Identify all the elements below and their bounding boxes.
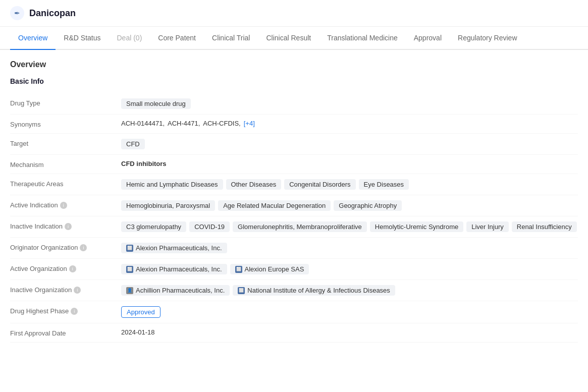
mechanism-row: Mechanism CFD inhibitors [10,155,578,174]
inactive-indication-3[interactable]: Glomerulonephritis, Membranoproliferativ… [233,221,367,232]
originator-org-value: ⬜ Alexion Pharmaceuticals, Inc. [121,243,578,253]
page-title: Overview [10,60,578,69]
target-tag[interactable]: CFD [121,139,145,149]
content-area: Overview Basic Info Drug Type Small mole… [0,50,588,353]
synonyms-more[interactable]: [+4] [244,120,255,127]
tab-overview[interactable]: Overview [10,27,56,49]
drug-type-row: Drug Type Small molecule drug [10,93,578,115]
therapeutic-areas-value: Hemic and Lymphatic Diseases Other Disea… [121,179,578,190]
therapeutic-areas-row: Therapeutic Areas Hemic and Lymphatic Di… [10,174,578,195]
inactive-org-icon-2: ⬜ [238,287,245,294]
inactive-indication-2[interactable]: COVID-19 [189,221,230,232]
first-approval-date-value: 2024-01-18 [121,328,578,336]
tab-core-patent[interactable]: Core Patent [150,27,204,49]
active-org-row: Active Organization i ⬜ Alexion Pharmace… [10,259,578,280]
active-indication-1[interactable]: Hemoglobinuria, Paroxysmal [121,200,215,211]
first-approval-date-label: First Approval Date [10,328,121,337]
app-logo: ✒ [10,6,24,20]
synonym-3: ACH-CFDIS, [203,120,240,127]
tab-translational-medicine[interactable]: Translational Medicine [319,27,406,49]
mechanism-label: Mechanism [10,160,121,169]
therapeutic-area-1[interactable]: Hemic and Lymphatic Diseases [121,179,223,190]
active-org-2[interactable]: ⬜ Alexion Europe SAS [230,264,309,274]
inactive-org-icon-1: 👤 [126,287,133,294]
therapeutic-area-4[interactable]: Eye Diseases [359,179,409,190]
inactive-org-info-icon[interactable]: i [74,287,81,294]
active-indication-3[interactable]: Geographic Atrophy [334,200,402,211]
target-value: CFD [121,139,578,149]
drug-highest-phase-info-icon[interactable]: i [71,308,78,315]
synonym-1: ACH-0144471, [121,120,165,127]
active-indication-label: Active Indication i [10,200,121,209]
therapeutic-area-3[interactable]: Congenital Disorders [284,179,355,190]
originator-org-1[interactable]: ⬜ Alexion Pharmaceuticals, Inc. [121,243,227,253]
synonyms-label: Synonyms [10,120,121,128]
mechanism-text: CFD inhibitors [121,160,167,167]
target-label: Target [10,139,121,147]
inactive-indication-4[interactable]: Hemolytic-Uremic Syndrome [370,221,463,232]
inactive-indication-value: C3 glomerulopathy COVID-19 Glomeruloneph… [121,221,578,232]
mechanism-value: CFD inhibitors [121,160,578,167]
drug-type-label: Drug Type [10,98,121,107]
inactive-org-label: Inactive Organization i [10,285,121,294]
active-indication-value: Hemoglobinuria, Paroxysmal Age Related M… [121,200,578,211]
therapeutic-area-2[interactable]: Other Diseases [226,179,282,190]
drug-highest-phase-row: Drug Highest Phase i Approved [10,301,578,323]
originator-org-info-icon[interactable]: i [80,244,87,251]
drug-highest-phase-tag[interactable]: Approved [121,306,161,318]
inactive-indication-info-icon[interactable]: i [65,223,72,230]
tab-rd-status[interactable]: R&D Status [56,27,109,49]
nav-tabs: Overview R&D Status Deal (0) Core Patent… [0,27,588,50]
active-org-label: Active Organization i [10,264,121,272]
active-org-value: ⬜ Alexion Pharmaceuticals, Inc. ⬜ Alexio… [121,264,578,274]
target-row: Target CFD [10,134,578,155]
therapeutic-areas-label: Therapeutic Areas [10,179,121,188]
active-indication-row: Active Indication i Hemoglobinuria, Paro… [10,195,578,216]
section-title: Basic Info [10,77,578,85]
tab-clinical-result[interactable]: Clinical Result [258,27,319,49]
tab-approval[interactable]: Approval [406,27,450,49]
inactive-indication-label: Inactive Indication i [10,221,121,230]
drug-type-value: Small molecule drug [121,98,578,109]
inactive-indication-6[interactable]: Renal Insufficiency [512,221,577,232]
synonyms-row: Synonyms ACH-0144471, ACH-4471, ACH-CFDI… [10,115,578,134]
originator-org-label: Originator Organization i [10,243,121,251]
inactive-org-2[interactable]: ⬜ National Institute of Allergy & Infect… [233,285,395,296]
inactive-indication-5[interactable]: Liver Injury [466,221,509,232]
inactive-indication-1[interactable]: C3 glomerulopathy [121,221,186,232]
drug-highest-phase-value: Approved [121,306,578,318]
drug-type-tag[interactable]: Small molecule drug [121,98,191,109]
active-indication-2[interactable]: Age Related Macular Degeneration [218,200,331,211]
active-org-1[interactable]: ⬜ Alexion Pharmaceuticals, Inc. [121,264,227,274]
first-approval-date-row: First Approval Date 2024-01-18 [10,323,578,343]
synonyms-value: ACH-0144471, ACH-4471, ACH-CFDIS, [+4] [121,120,578,127]
inactive-org-row: Inactive Organization i 👤 Achillion Phar… [10,280,578,301]
active-org-info-icon[interactable]: i [69,265,76,272]
tab-deal[interactable]: Deal (0) [109,27,150,49]
active-org-icon-2: ⬜ [235,266,242,273]
active-indication-info-icon[interactable]: i [60,202,67,209]
synonym-2: ACH-4471, [168,120,200,127]
active-org-icon-1: ⬜ [126,266,133,273]
app-title: Danicopan [29,8,76,19]
inactive-indication-row: Inactive Indication i C3 glomerulopathy … [10,216,578,238]
inactive-org-1[interactable]: 👤 Achillion Pharmaceuticals, Inc. [121,285,230,296]
drug-highest-phase-label: Drug Highest Phase i [10,306,121,315]
tab-clinical-trial[interactable]: Clinical Trial [204,27,258,49]
originator-org-icon-1: ⬜ [126,245,133,252]
tab-regulatory-review[interactable]: Regulatory Review [450,27,525,49]
inactive-org-value: 👤 Achillion Pharmaceuticals, Inc. ⬜ Nati… [121,285,578,296]
first-approval-date-text: 2024-01-18 [121,328,155,336]
originator-org-row: Originator Organization i ⬜ Alexion Phar… [10,238,578,259]
header: ✒ Danicopan [0,0,588,27]
